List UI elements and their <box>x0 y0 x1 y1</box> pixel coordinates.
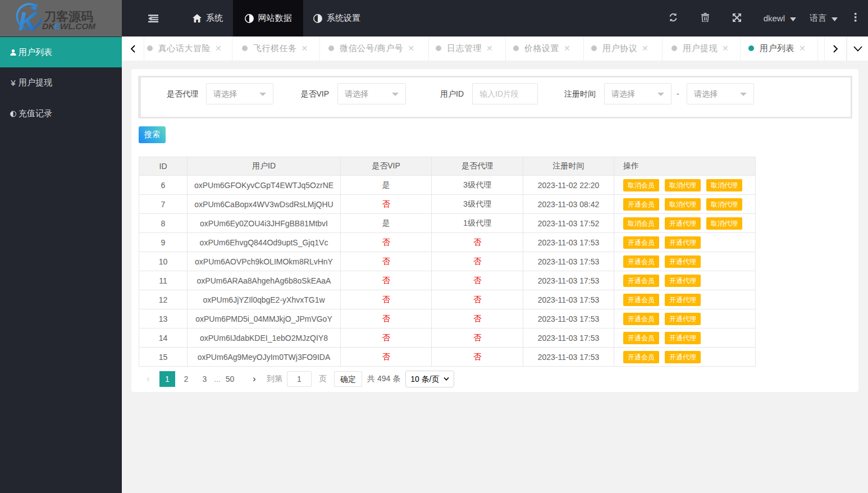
svg-text:DKEWL.COM: DKEWL.COM <box>42 21 96 31</box>
svg-text:K: K <box>19 7 39 36</box>
